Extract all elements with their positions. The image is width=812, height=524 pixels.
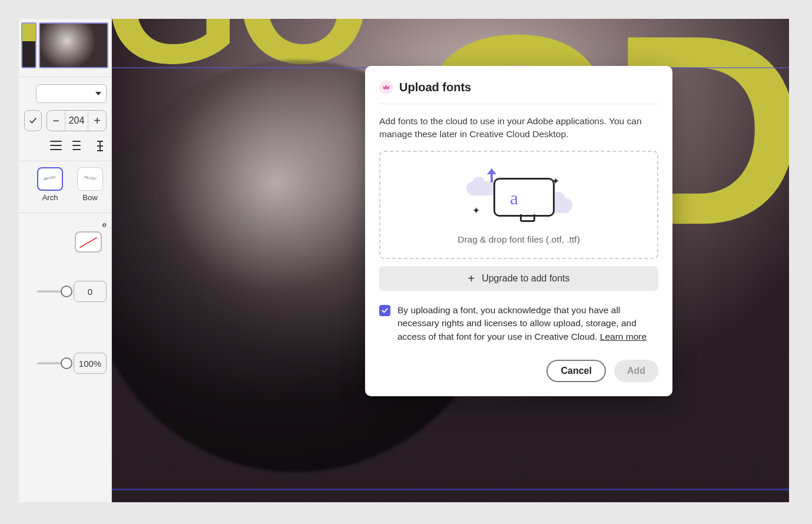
acknowledge-text: By uploading a font, you acknowledge tha… [397, 304, 658, 343]
acknowledge-checkbox[interactable] [379, 305, 390, 316]
premium-crown-icon [379, 80, 393, 94]
dialog-description: Add fonts to the cloud to use in your Ad… [379, 104, 658, 151]
dialog-title: Upload fonts [399, 81, 471, 94]
font-dropzone[interactable]: a ✦ ✦ Drag & drop font files (.otf, .ttf… [379, 151, 658, 259]
check-icon [381, 307, 389, 314]
editor-viewport: THE GO GDC − 204 + [19, 19, 789, 502]
upgrade-label: Upgrade to add fonts [482, 273, 569, 284]
modal-scrim: Upload fonts Add fonts to the cloud to u… [19, 19, 789, 502]
upload-illustration: a ✦ ✦ [469, 167, 569, 224]
sparkle-icon: ✦ [552, 177, 559, 186]
cancel-button[interactable]: Cancel [546, 360, 605, 382]
upload-fonts-dialog: Upload fonts Add fonts to the cloud to u… [365, 66, 672, 396]
dropzone-hint: Drag & drop font files (.otf, .ttf) [458, 234, 580, 245]
learn-more-link[interactable]: Learn more [600, 331, 647, 341]
upgrade-to-add-fonts-button[interactable]: + Upgrade to add fonts [379, 266, 658, 291]
plus-icon: + [468, 273, 475, 284]
add-button: Add [614, 360, 658, 382]
letter-a-icon: a [510, 187, 518, 209]
monitor-icon [493, 178, 555, 217]
sparkle-icon: ✦ [472, 206, 480, 215]
